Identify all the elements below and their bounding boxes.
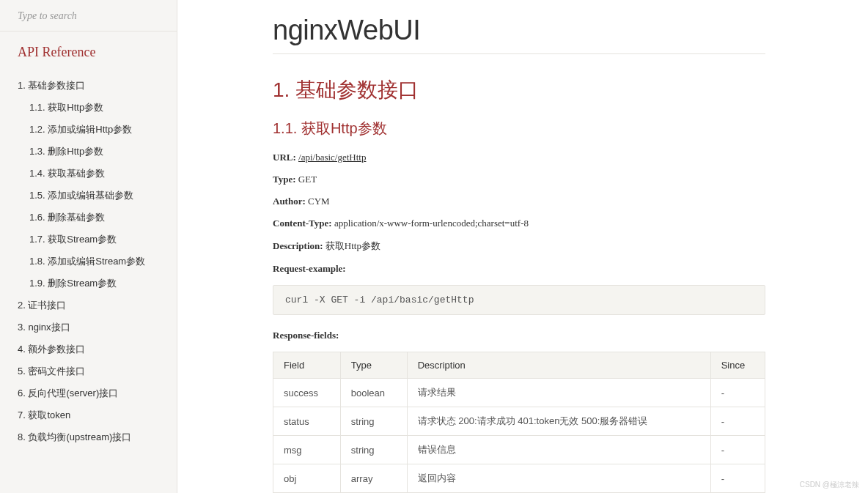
meta-contenttype-label: Content-Type: [273, 218, 332, 229]
sidebar: API Reference 1. 基础参数接口 1.1. 获取Http参数 1.… [0, 0, 177, 493]
watermark: CSDN @極涼老辣 [800, 480, 859, 490]
meta-author-value: CYM [306, 196, 330, 207]
th-description: Description [407, 352, 710, 379]
search-input[interactable] [18, 10, 159, 22]
cell-field: success [273, 379, 341, 407]
sidebar-title: API Reference [0, 31, 177, 69]
nav-item-1-2[interactable]: 1.2. 添加或编辑Http参数 [0, 119, 177, 141]
table-header-row: Field Type Description Since [273, 352, 765, 379]
nav-item-1-1[interactable]: 1.1. 获取Http参数 [0, 97, 177, 119]
table-row: msg string 错误信息 - [273, 436, 765, 464]
response-table-wrapper: Field Type Description Since success boo… [273, 352, 765, 493]
response-table: Field Type Description Since success boo… [273, 352, 765, 493]
nav-item-3[interactable]: 3. nginx接口 [0, 316, 177, 338]
meta-request-example: Request-example: [273, 263, 765, 275]
nav-item-4[interactable]: 4. 额外参数接口 [0, 338, 177, 360]
nav-item-6[interactable]: 6. 反向代理(server)接口 [0, 382, 177, 404]
nav-item-1-5[interactable]: 1.5. 添加或编辑基础参数 [0, 185, 177, 207]
nav-item-1-8[interactable]: 1.8. 添加或编辑Stream参数 [0, 251, 177, 273]
table-row: obj array 返回内容 - [273, 464, 765, 493]
table-row: success boolean 请求结果 - [273, 379, 765, 407]
cell-description: 返回内容 [407, 464, 710, 493]
nav-item-1-4[interactable]: 1.4. 获取基础参数 [0, 163, 177, 185]
nav-item-5[interactable]: 5. 密码文件接口 [0, 360, 177, 382]
cell-type: string [340, 407, 407, 436]
cell-type: string [340, 436, 407, 464]
cell-since: - [710, 436, 765, 464]
cell-description: 请求状态 200:请求成功 401:token无效 500:服务器错误 [407, 407, 710, 436]
meta-url-value[interactable]: /api/basic/getHttp [298, 152, 366, 163]
cell-field: msg [273, 436, 341, 464]
th-type: Type [340, 352, 407, 379]
th-field: Field [273, 352, 341, 379]
nav-item-1[interactable]: 1. 基础参数接口 [0, 75, 177, 97]
cell-type: array [340, 464, 407, 493]
table-row: status string 请求状态 200:请求成功 401:token无效 … [273, 407, 765, 436]
cell-since: - [710, 379, 765, 407]
page-title: nginxWebUI [273, 15, 765, 54]
nav-item-1-3[interactable]: 1.3. 删除Http参数 [0, 141, 177, 163]
meta-contenttype: Content-Type: application/x-www-form-url… [273, 218, 765, 229]
nav-list: 1. 基础参数接口 1.1. 获取Http参数 1.2. 添加或编辑Http参数… [0, 69, 177, 454]
meta-type-value: GET [296, 174, 317, 185]
cell-description: 请求结果 [407, 379, 710, 407]
cell-since: - [710, 464, 765, 493]
nav-item-1-9[interactable]: 1.9. 删除Stream参数 [0, 273, 177, 294]
section-heading-1-1: 1.1. 获取Http参数 [273, 119, 765, 138]
th-since: Since [710, 352, 765, 379]
meta-type: Type: GET [273, 174, 765, 185]
meta-response-fields: Response-fields: [273, 330, 765, 341]
meta-response-fields-label: Response-fields: [273, 330, 339, 341]
code-block: curl -X GET -i /api/basic/getHttp [273, 285, 765, 315]
cell-field: obj [273, 464, 341, 493]
meta-description: Description: 获取Http参数 [273, 240, 765, 253]
search-area [0, 0, 177, 31]
meta-request-example-label: Request-example: [273, 263, 346, 274]
meta-description-value: 获取Http参数 [323, 240, 380, 251]
meta-url-label: URL: [273, 152, 296, 163]
meta-url: URL: /api/basic/getHttp [273, 152, 765, 163]
meta-contenttype-value: application/x-www-form-urlencoded;charse… [332, 218, 529, 229]
nav-item-1-6[interactable]: 1.6. 删除基础参数 [0, 207, 177, 229]
cell-type: boolean [340, 379, 407, 407]
meta-description-label: Description: [273, 240, 323, 251]
cell-field: status [273, 407, 341, 436]
content: nginxWebUI 1. 基础参数接口 1.1. 获取Http参数 URL: … [177, 0, 868, 493]
nav-item-7[interactable]: 7. 获取token [0, 404, 177, 426]
meta-type-label: Type: [273, 174, 296, 185]
meta-author-label: Author: [273, 196, 306, 207]
nav-item-1-7[interactable]: 1.7. 获取Stream参数 [0, 229, 177, 251]
nav-item-2[interactable]: 2. 证书接口 [0, 294, 177, 316]
section-heading-1: 1. 基础参数接口 [273, 76, 765, 104]
cell-since: - [710, 407, 765, 436]
cell-description: 错误信息 [407, 436, 710, 464]
meta-author: Author: CYM [273, 196, 765, 207]
nav-item-8[interactable]: 8. 负载均衡(upstream)接口 [0, 426, 177, 448]
